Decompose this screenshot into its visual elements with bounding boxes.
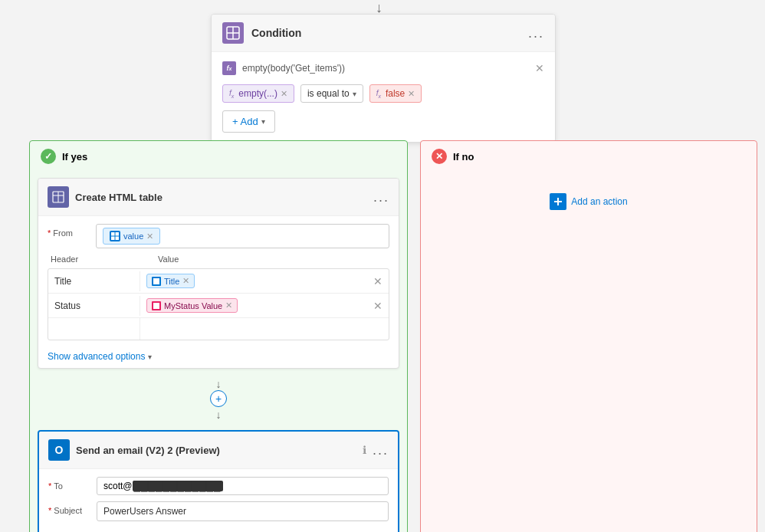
table-value-cell-1: Title ✕ ✕ [140, 269, 389, 293]
send-email-header: O Send an email (V2) 2 (Preview) ℹ ... [39, 432, 398, 469]
pill-empty-close[interactable]: ✕ [281, 89, 287, 99]
pill-false[interactable]: fx false ✕ [369, 84, 422, 103]
from-row: From value ✕ [48, 224, 389, 248]
from-pill-close[interactable]: ✕ [146, 232, 153, 241]
add-action-icon [550, 193, 566, 210]
pill-empty-label: empty(...) [238, 88, 277, 99]
expression-text: empty(body('Get_items')) [242, 63, 345, 74]
add-action-label: Add an action [571, 196, 627, 207]
to-hidden: ████████████ [133, 481, 223, 491]
from-label: From [48, 228, 90, 238]
branches: ✓ If yes Create HTML table ... [29, 140, 757, 532]
send-email-title: Send an email (V2) 2 (Preview) [76, 445, 356, 456]
condition-pills: fx empty(...) ✕ is equal to ▾ fx false ✕ [222, 84, 544, 103]
connector: ↓ + ↓ [30, 375, 407, 424]
from-pill-label: value [123, 232, 143, 241]
outlook-icon: O [48, 439, 70, 461]
to-row: To scott@ ████████████ [48, 477, 389, 495]
table-rows-container: Title Title ✕ ✕ [48, 268, 389, 340]
add-action-button[interactable]: Add an action [421, 187, 757, 216]
operator-chevron: ▾ [353, 90, 356, 98]
subject-row: Subject PowerUsers Answer [48, 501, 389, 521]
table-value-cell-2: MyStatus Value ✕ ✕ [140, 294, 389, 317]
add-chevron: ▾ [261, 117, 265, 126]
condition-title: Condition [251, 27, 528, 39]
connector-arrow-up: ↓ [216, 378, 222, 390]
to-label: To [48, 481, 90, 491]
html-table-advanced[interactable]: Show advanced options ▾ [38, 348, 399, 368]
create-html-header: Create HTML table ... [38, 179, 399, 216]
branch-no: ✕ If no Add an action [420, 140, 757, 532]
table-row: Title Title ✕ ✕ [48, 269, 389, 294]
condition-header: Condition ... [212, 15, 555, 52]
info-icon[interactable]: ℹ [363, 444, 366, 456]
send-email-body: To scott@ ████████████ Subject PowerUser… [39, 469, 398, 532]
to-field[interactable]: scott@ ████████████ [97, 477, 389, 495]
row2-delete[interactable]: ✕ [373, 300, 382, 312]
add-step-circle[interactable]: + [210, 390, 227, 407]
subject-label: Subject [48, 506, 90, 515]
status-pill-label: MyStatus Value [164, 301, 222, 310]
html-table-title: Create HTML table [75, 192, 367, 203]
expr-icon: fx [222, 61, 236, 75]
send-email-menu[interactable]: ... [373, 442, 389, 458]
add-label: + Add [232, 116, 258, 127]
title-pill-label: Title [164, 277, 179, 286]
table-header-cell-1: Title [48, 271, 140, 291]
empty-header-cell[interactable] [48, 318, 140, 340]
pill-empty[interactable]: fx empty(...) ✕ [222, 84, 294, 103]
show-advanced-label: Show advanced options [48, 351, 145, 362]
status-pill-close[interactable]: ✕ [225, 300, 232, 310]
html-table-menu[interactable]: ... [373, 189, 389, 205]
advanced-chevron: ▾ [148, 353, 152, 361]
pill-fx-icon2: fx [376, 89, 381, 99]
svg-rect-10 [153, 303, 159, 309]
canvas: ↓ Condition ... fx empty(body('Get_items… [0, 0, 765, 532]
from-pill-icon [110, 231, 120, 241]
connector-arrow-down: ↓ [216, 409, 222, 421]
empty-table-row [48, 318, 389, 340]
body-row: Body Font ▾ 12 B I U [48, 527, 389, 532]
subject-field[interactable]: PowerUsers Answer [97, 501, 389, 521]
condition-icon [222, 22, 244, 44]
empty-value-cell[interactable] [140, 324, 389, 333]
operator-label: is equal to [307, 88, 350, 99]
create-html-table-card: Create HTML table ... From value ✕ [38, 178, 399, 369]
title-pill-close[interactable]: ✕ [182, 276, 189, 286]
table-header-cell-2: Status [48, 296, 140, 316]
pill-false-close[interactable]: ✕ [408, 89, 415, 99]
add-button[interactable]: + Add ▾ [222, 110, 275, 133]
condition-menu[interactable]: ... [528, 25, 544, 41]
branch-no-icon: ✕ [432, 149, 447, 164]
expression-close[interactable]: ✕ [535, 62, 544, 74]
html-table-icon [48, 186, 69, 208]
operator-select[interactable]: is equal to ▾ [300, 84, 363, 103]
table-column-headers: Header Value [48, 255, 389, 267]
from-value-pill[interactable]: value ✕ [103, 228, 160, 245]
html-table-body: From value ✕ [38, 216, 399, 348]
value-col-label: Value [155, 255, 182, 267]
table-row: Status MyStatus Value ✕ [48, 294, 389, 318]
title-value-pill[interactable]: Title ✕ [146, 274, 195, 288]
branch-no-label: If no [453, 151, 474, 163]
svg-rect-9 [153, 278, 159, 284]
status-pill-icon [152, 301, 161, 310]
send-email-card: O Send an email (V2) 2 (Preview) ℹ ... T… [38, 430, 399, 532]
branch-yes-label: If yes [62, 151, 87, 163]
condition-expression: fx empty(body('Get_items')) ✕ [222, 61, 544, 75]
status-value-pill[interactable]: MyStatus Value ✕ [146, 298, 238, 313]
to-value: scott@ [103, 481, 133, 491]
pill-fx-icon: fx [229, 89, 234, 99]
row1-delete[interactable]: ✕ [373, 275, 382, 287]
pill-false-label: false [386, 88, 405, 99]
branch-no-header: ✕ If no [421, 141, 757, 172]
branch-yes: ✓ If yes Create HTML table ... [29, 140, 408, 532]
header-col-label: Header [48, 255, 155, 267]
condition-body: fx empty(body('Get_items')) ✕ fx empty(.… [212, 52, 555, 142]
branch-yes-header: ✓ If yes [30, 141, 407, 172]
title-pill-icon [152, 277, 161, 286]
condition-block: Condition ... fx empty(body('Get_items')… [211, 14, 556, 143]
branch-yes-icon: ✓ [41, 149, 56, 164]
